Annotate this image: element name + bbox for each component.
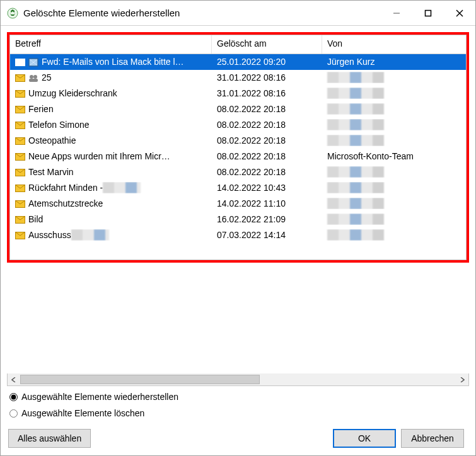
group-icon xyxy=(28,74,38,81)
subject-text: Atemschutzstrecke xyxy=(28,198,103,208)
option-delete-radio[interactable] xyxy=(9,409,18,418)
cell-deleted: 31.01.2022 08:16 xyxy=(212,88,322,98)
items-list[interactable]: Betreff Gelöscht am Von Fwd: E-Mails von… xyxy=(9,35,467,260)
subject-text: Telefon Simone xyxy=(28,120,90,130)
svg-rect-11 xyxy=(29,79,38,82)
redacted-block xyxy=(71,229,109,241)
titlebar: Gelöschte Elemente wiederherstellen xyxy=(1,1,475,26)
table-row[interactable]: 2531.01.2022 08:16 xyxy=(10,70,466,86)
cell-subject: Ausschuss xyxy=(10,229,212,241)
scroll-right-button[interactable] xyxy=(456,373,468,385)
subject-text: Neue Apps wurden mit Ihrem Micr… xyxy=(28,151,170,161)
cell-subject: Bild xyxy=(10,214,212,224)
table-row[interactable]: Fwd: E-Mails von Lisa Mack bitte l…25.01… xyxy=(10,54,466,70)
mail-icon xyxy=(15,231,25,239)
table-row[interactable]: Neue Apps wurden mit Ihrem Micr…08.02.20… xyxy=(10,149,466,164)
option-restore-label: Ausgewählte Elemente wiederherstellen xyxy=(21,392,178,402)
select-all-button[interactable]: Alles auswählen xyxy=(8,429,91,448)
redacted-block xyxy=(327,119,384,130)
ok-label: OK xyxy=(358,433,371,443)
subject-text: Ferien xyxy=(28,104,54,114)
window-controls xyxy=(381,1,475,25)
dialog-window: Gelöschte Elemente wiederherstellen Betr… xyxy=(0,0,476,456)
recycle-icon xyxy=(7,8,18,19)
close-button[interactable] xyxy=(444,1,475,25)
table-row[interactable]: Telefon Simone08.02.2022 20:18 xyxy=(10,117,466,133)
cell-deleted: 08.02.2022 20:18 xyxy=(212,167,322,177)
mail-icon xyxy=(15,200,25,207)
cell-from xyxy=(322,198,466,209)
subject-text: 25 xyxy=(42,72,52,83)
cell-from xyxy=(322,88,466,99)
spacer xyxy=(7,263,469,373)
cell-from xyxy=(322,166,466,178)
redacted-block xyxy=(327,135,384,146)
table-row[interactable]: Osteopathie08.02.2022 20:18 xyxy=(10,133,466,149)
option-delete[interactable]: Ausgewählte Elemente löschen xyxy=(8,405,469,421)
cell-deleted: 25.01.2022 09:20 xyxy=(212,57,322,67)
table-row[interactable]: Ausschuss 07.03.2022 14:14 xyxy=(10,227,466,243)
mail-icon xyxy=(15,184,25,191)
cell-deleted: 16.02.2022 21:09 xyxy=(212,214,322,224)
table-row[interactable]: Umzug Kleiderschrank31.01.2022 08:16 xyxy=(10,86,466,101)
redacted-block xyxy=(327,214,384,225)
horizontal-scrollbar[interactable] xyxy=(7,373,469,386)
table-row[interactable]: Rückfahrt Minden - 14.02.2022 10:43 xyxy=(10,180,466,196)
redacted-block xyxy=(327,198,384,209)
cell-deleted: 08.02.2022 20:18 xyxy=(212,104,322,114)
minimize-button[interactable] xyxy=(381,1,412,25)
redacted-block xyxy=(327,182,384,193)
mail-icon xyxy=(15,74,25,81)
items-rows: Fwd: E-Mails von Lisa Mack bitte l…25.01… xyxy=(10,54,466,259)
cell-subject: Neue Apps wurden mit Ihrem Micr… xyxy=(10,151,212,161)
from-text: Jürgen Kurz xyxy=(327,57,374,67)
svg-point-10 xyxy=(33,75,37,79)
mail-icon xyxy=(15,215,25,223)
subject-text: Fwd: E-Mails von Lisa Mack bitte l… xyxy=(42,57,184,67)
subject-text: Test Marvin xyxy=(28,167,74,177)
action-options: Ausgewählte Elemente wiederherstellen Au… xyxy=(7,386,469,425)
cell-deleted: 31.01.2022 08:16 xyxy=(212,72,322,83)
select-all-label: Alles auswählen xyxy=(18,433,81,443)
dialog-body: Betreff Gelöscht am Von Fwd: E-Mails von… xyxy=(1,26,475,455)
column-header-deleted[interactable]: Gelöscht am xyxy=(212,35,322,54)
cell-subject: Telefon Simone xyxy=(10,120,212,130)
mail-icon xyxy=(15,137,25,144)
cell-from xyxy=(322,229,466,241)
cell-from xyxy=(322,135,466,146)
mail-icon xyxy=(15,89,25,97)
cancel-button[interactable]: Abbrechen xyxy=(401,429,464,448)
subject-text: Bild xyxy=(28,214,43,224)
table-row[interactable]: Test Marvin08.02.2022 20:18 xyxy=(10,164,466,180)
subject-text: Osteopathie xyxy=(28,135,76,145)
cell-subject: Ferien xyxy=(10,104,212,114)
option-restore[interactable]: Ausgewählte Elemente wiederherstellen xyxy=(8,389,469,405)
cell-subject: Fwd: E-Mails von Lisa Mack bitte l… xyxy=(10,57,212,67)
cell-subject: Rückfahrt Minden - xyxy=(10,182,212,193)
redacted-block xyxy=(327,88,384,99)
scroll-left-button[interactable] xyxy=(8,373,20,385)
attachment-icon xyxy=(28,58,38,66)
maximize-button[interactable] xyxy=(412,1,444,25)
option-delete-label: Ausgewählte Elemente löschen xyxy=(21,408,144,418)
redacted-block xyxy=(327,229,384,241)
table-row[interactable]: Ferien08.02.2022 20:18 xyxy=(10,101,466,117)
mail-icon xyxy=(15,168,25,176)
scroll-track[interactable] xyxy=(20,373,456,385)
table-row[interactable]: Bild16.02.2022 21:09 xyxy=(10,212,466,227)
ok-button[interactable]: OK xyxy=(333,429,396,448)
dialog-buttons: Alles auswählen OK Abbrechen xyxy=(7,425,469,455)
cell-deleted: 08.02.2022 20:18 xyxy=(212,120,322,130)
table-row[interactable]: Atemschutzstrecke14.02.2022 11:10 xyxy=(10,196,466,212)
column-header-from[interactable]: Von xyxy=(322,35,466,54)
option-restore-radio[interactable] xyxy=(9,393,18,401)
svg-rect-2 xyxy=(426,10,431,16)
redacted-block xyxy=(327,166,384,178)
scroll-thumb[interactable] xyxy=(20,375,260,384)
column-header-subject[interactable]: Betreff xyxy=(10,35,212,54)
cell-subject: 25 xyxy=(10,72,212,83)
mail-icon xyxy=(15,121,25,128)
cell-from: Jürgen Kurz xyxy=(322,57,466,67)
cell-from xyxy=(322,214,466,225)
subject-text: Umzug Kleiderschrank xyxy=(28,88,117,98)
